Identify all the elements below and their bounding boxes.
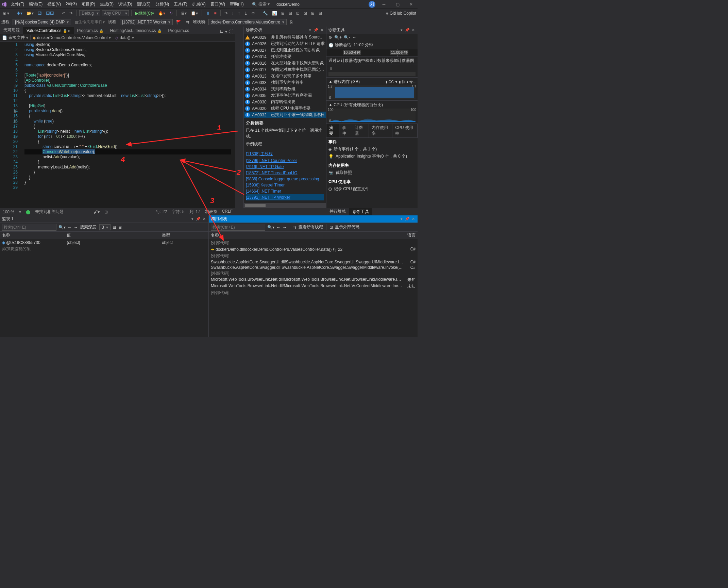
pane-close-icon[interactable]: ✕ [411,28,416,32]
thread-link[interactable]: [11308] 主线程 [246,150,324,158]
menu-item[interactable]: 测试(S) [135,0,153,8]
callstack-row[interactable]: [外部代码] [209,270,418,277]
nav-back-icon[interactable]: ← [276,225,281,230]
search-icon[interactable]: 🔍▾ [58,225,66,230]
document-tab[interactable]: HostingAbst...tensions.cs🔒 [107,27,165,34]
document-tab[interactable]: Program.cs🔒 [74,27,107,34]
pane-pin-icon[interactable]: 📌 [405,28,410,32]
tool3-icon[interactable]: ⊞ [280,10,286,16]
menu-item[interactable]: 扩展(X) [190,0,208,8]
pane-pin-icon[interactable]: 📌 [405,217,410,221]
diag-rule-row[interactable]: iAA0016在大型对象堆中找到大型对象 [244,60,326,66]
zoom-in-icon[interactable]: 🔍+ [334,35,342,40]
indent-icon[interactable]: ⊞ [104,210,108,214]
callstack-row[interactable]: Microsoft.WebTools.BrowserLink.Net.dll!M… [209,283,418,290]
step-into-icon[interactable]: ↓ [231,10,235,16]
timeline-ruler[interactable]: 10:50分钟 11:00分钟 [326,49,418,57]
thread-link[interactable]: [14664] .NET Timer [246,188,324,194]
menu-item[interactable]: 窗口(W) [208,0,227,8]
menu-item[interactable]: 调试(D) [116,0,134,8]
callstack-row[interactable]: [外部代码] [209,240,418,246]
pane-menu-icon[interactable]: ▾ [399,217,404,221]
diag-rule-row[interactable]: iAA0030内存转储摘要 [244,99,326,105]
tool4-icon[interactable]: ⊟ [287,10,293,16]
pane-menu-icon[interactable]: ▾ [190,217,195,221]
continue-button[interactable]: ▶ 继续(C) ▾ [134,10,156,17]
diag-rule-row[interactable]: AA0029并非所有符号都具有 Source Lir [244,34,326,40]
tab-dropdown-icon[interactable]: ⇆ [220,29,223,34]
close-button[interactable]: ✕ [406,2,416,7]
watch-rows[interactable]: ◆ @0x19C88855730{object}object添加要监视的项 [0,239,208,337]
diag-rule-row[interactable]: iAA0017在固定对象堆中找到已固定对象 [244,66,326,73]
watch-row[interactable]: ◆ @0x19C88855730{object}object [0,240,208,245]
watch-tool2-icon[interactable]: ⊞ [118,225,122,230]
new-item-icon[interactable]: ✚▾ [16,10,24,16]
callstack-row[interactable]: [外部代码] [209,290,418,296]
diag-rule-row[interactable]: iAA0032已找到 9 个唯一线程调用堆栈 [244,112,326,118]
callstack-row[interactable]: Microsoft.WebTools.BrowserLink.Net.dll!M… [209,277,418,283]
ai-events-link[interactable]: 💡Application Insights 事件(0 个，共 0 个) [328,153,416,160]
step-out-icon[interactable]: ↑ [237,10,241,16]
nav-fwd-icon[interactable]: → [74,225,78,230]
pin-icon[interactable]: 🔒 [63,29,67,33]
diag-sub-tab[interactable]: 摘要 [326,124,339,137]
zoom-out-icon[interactable]: 🔍- [344,35,350,40]
eol-mode[interactable]: CRLF [222,209,233,215]
cpu-graph[interactable]: ▲ CPU (所有处理器的百分比) 1001000 [326,101,418,124]
memory-graph[interactable]: ▲ 进程内存 (GB)▮ GC ▼ ▮ 快 ● 专... 1.71.70 [326,78,418,101]
menu-item[interactable]: 文件(F) [9,0,26,8]
browser-icon[interactable]: 🖥▾ [179,10,188,16]
line-indicator[interactable]: 行: 22 [156,209,167,215]
code-editor[interactable]: 123456789⊟1011121314⊟1516⊟171819⊟2021222… [0,42,235,208]
tool7-icon[interactable]: ⊞ [310,10,316,16]
menu-item[interactable]: 视图(V) [45,0,63,8]
platform-combo[interactable]: Any CPU [102,10,129,16]
undo-icon[interactable]: ↶ [61,10,67,16]
menu-item[interactable]: Git(G) [64,0,79,8]
watch-search-input[interactable] [2,224,56,231]
rerun-icon[interactable]: ⟳ [250,10,256,16]
fullscreen-icon[interactable]: ⛶ [229,29,233,34]
tool8-icon[interactable]: ⊟ [317,10,323,16]
user-avatar[interactable]: 刘 [369,1,375,8]
open-icon[interactable]: 📂▾ [25,10,35,16]
menu-item[interactable]: 工具(T) [172,0,189,8]
nav-fwd-icon[interactable]: → [283,225,287,230]
diag-footer-tabs[interactable]: 并行堆栈诊断工具 [326,208,418,215]
flag-icon[interactable]: 🚩 [175,19,183,25]
depth-combo[interactable]: 3▾ [99,224,111,230]
add-watch-item[interactable]: 添加要监视的项 [0,245,208,252]
diag-rule-row[interactable]: iAA0035发现事件处理程序泄漏 [244,92,326,99]
pause-icon[interactable]: ⏸ [204,10,211,16]
stop-icon[interactable]: ■ [213,10,218,16]
maximize-button[interactable]: ▢ [392,2,403,7]
thread-combo[interactable]: [13792] .NET TP Worker▾ [120,19,173,25]
life-cycle-icon[interactable]: ▦ 生命周期事件 ▾ [73,18,106,26]
document-tab[interactable]: Program.cs [165,27,192,34]
col-indicator[interactable]: 列: 17 [189,209,200,215]
menu-item[interactable]: 生成(B) [98,0,116,8]
pane-close-icon[interactable]: ✕ [319,28,324,32]
hot-reload-icon[interactable]: 🔥▾ [157,10,167,16]
save-all-icon[interactable]: 🖫🖫 [45,10,55,16]
diag-sub-tabs[interactable]: 摘要事件计数器内存使用率CPU 使用率 [326,124,418,138]
pin-icon[interactable]: 🔒 [157,29,162,33]
minimize-button[interactable]: ─ [379,2,389,7]
diag-sub-tab[interactable]: 内存使用率 [369,124,393,137]
search-icon[interactable]: 🔍▾ [267,225,274,230]
tool5-icon[interactable]: ⊡ [295,10,301,16]
external-code-icon[interactable]: ⊡ [329,225,333,230]
pane-close-icon[interactable]: ✕ [202,217,206,221]
diag-rule-row[interactable]: iAA0026已找到活动的入站 HTTP 请求 [244,40,326,47]
script-icon[interactable]: 📋▾ [189,10,199,16]
callstack-row[interactable]: Swashbuckle.AspNetCore.Swagger.dll!Swash… [209,265,418,270]
settings-icon[interactable]: ⚙ [328,35,332,40]
brush-icon[interactable]: 🖌▾ [94,210,100,214]
thread-link[interactable]: [18572] .NET ThreadPool IO [246,170,324,176]
reset-zoom-icon[interactable]: ↔ [352,35,356,40]
scope-crumb[interactable]: 📄杂项文件▾ [0,35,30,40]
menu-item[interactable]: 编辑(E) [27,0,45,8]
callstack-row[interactable]: [外部代码] [209,253,418,259]
nav-back-icon[interactable]: ← [68,225,72,230]
issues-text[interactable]: 未找到相关问题 [35,209,64,215]
